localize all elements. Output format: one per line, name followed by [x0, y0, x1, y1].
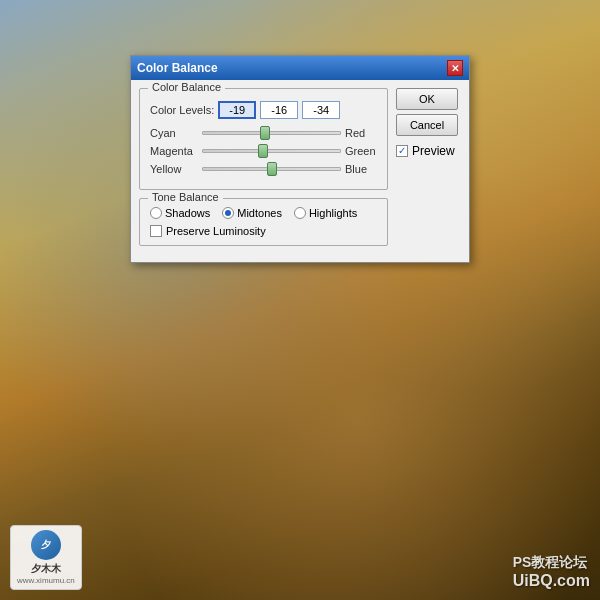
color-level-3-input[interactable]: [302, 101, 340, 119]
magenta-green-slider-row: Magenta Green: [150, 145, 377, 157]
shadows-option[interactable]: Shadows: [150, 207, 210, 219]
blue-label: Blue: [345, 163, 377, 175]
ok-button[interactable]: OK: [396, 88, 458, 110]
shadows-label: Shadows: [165, 207, 210, 219]
color-balance-dialog: Color Balance ✕ Color Balance Color Leve…: [130, 55, 470, 263]
cyan-red-thumb[interactable]: [260, 126, 270, 140]
cyan-red-track[interactable]: [202, 131, 341, 135]
brand-label: UiBQ.com: [513, 572, 590, 590]
color-levels-row: Color Levels:: [150, 101, 377, 119]
midtones-radio[interactable]: [222, 207, 234, 219]
magenta-green-track[interactable]: [202, 149, 341, 153]
magenta-green-thumb[interactable]: [258, 144, 268, 158]
preview-row: ✓ Preview: [396, 144, 461, 158]
preview-label: Preview: [412, 144, 455, 158]
dialog-left-panel: Color Balance Color Levels: Cyan Red: [139, 88, 388, 254]
watermark-right: PS教程论坛 UiBQ.com: [513, 554, 590, 590]
site-url: www.ximumu.cn: [17, 576, 75, 585]
color-balance-group-label: Color Balance: [148, 81, 225, 93]
magenta-label: Magenta: [150, 145, 198, 157]
cancel-button[interactable]: Cancel: [396, 114, 458, 136]
midtones-label: Midtones: [237, 207, 282, 219]
cyan-label: Cyan: [150, 127, 198, 139]
green-label: Green: [345, 145, 377, 157]
color-level-1-input[interactable]: [218, 101, 256, 119]
ps-label: PS教程论坛: [513, 554, 590, 572]
cyan-red-slider-row: Cyan Red: [150, 127, 377, 139]
dialog-body: Color Balance Color Levels: Cyan Red: [131, 80, 469, 262]
midtones-option[interactable]: Midtones: [222, 207, 282, 219]
preserve-luminosity-row: Preserve Luminosity: [150, 225, 377, 237]
preserve-luminosity-label: Preserve Luminosity: [166, 225, 266, 237]
dialog-right-panel: OK Cancel ✓ Preview: [396, 88, 461, 254]
preserve-luminosity-checkbox[interactable]: [150, 225, 162, 237]
shadows-radio[interactable]: [150, 207, 162, 219]
dialog-title: Color Balance: [137, 61, 218, 75]
site-name: 夕木木: [31, 562, 61, 576]
yellow-blue-track[interactable]: [202, 167, 341, 171]
highlights-option[interactable]: Highlights: [294, 207, 357, 219]
watermark-left: 夕 夕木木 www.ximumu.cn: [10, 525, 82, 590]
color-balance-group: Color Balance Color Levels: Cyan Red: [139, 88, 388, 190]
tone-radio-row: Shadows Midtones Highlights: [150, 207, 377, 219]
yellow-label: Yellow: [150, 163, 198, 175]
tone-balance-group-label: Tone Balance: [148, 191, 223, 203]
dialog-titlebar: Color Balance ✕: [131, 56, 469, 80]
highlights-label: Highlights: [309, 207, 357, 219]
color-level-2-input[interactable]: [260, 101, 298, 119]
logo-icon: 夕: [31, 530, 61, 560]
color-levels-label: Color Levels:: [150, 104, 214, 116]
preview-checkbox[interactable]: ✓: [396, 145, 408, 157]
logo-text: 夕: [41, 538, 51, 552]
yellow-blue-thumb[interactable]: [267, 162, 277, 176]
preview-check-mark: ✓: [398, 146, 406, 156]
tone-balance-group: Tone Balance Shadows Midtones Highlights: [139, 198, 388, 246]
close-button[interactable]: ✕: [447, 60, 463, 76]
yellow-blue-slider-row: Yellow Blue: [150, 163, 377, 175]
highlights-radio[interactable]: [294, 207, 306, 219]
red-label: Red: [345, 127, 377, 139]
